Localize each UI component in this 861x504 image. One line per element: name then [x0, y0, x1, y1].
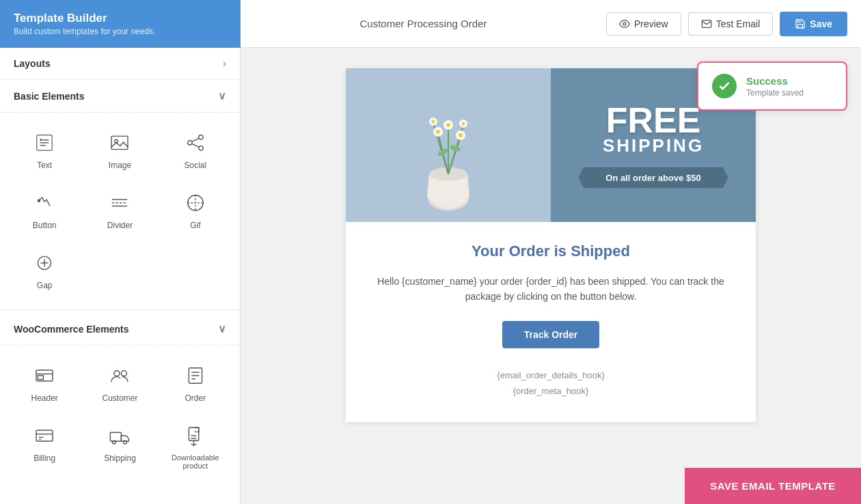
- save-template-button[interactable]: SAVE EMAIL TEMPLATE: [685, 468, 861, 504]
- element-button[interactable]: Button: [7, 180, 82, 240]
- email-hook2: {order_meta_hook}: [373, 386, 728, 396]
- gap-label: Gap: [37, 281, 53, 290]
- svg-rect-32: [36, 430, 53, 441]
- mail-icon: [701, 18, 712, 29]
- svg-point-8: [199, 135, 203, 139]
- layouts-section[interactable]: Layouts ›: [0, 48, 240, 80]
- woo-element-customer[interactable]: Customer: [82, 352, 157, 412]
- banner-free-text: FREE: [606, 102, 701, 138]
- basic-elements-grid: T Text Image: [0, 113, 240, 307]
- svg-rect-36: [111, 432, 122, 441]
- banner-left: [346, 68, 551, 222]
- svg-point-37: [113, 440, 116, 444]
- woo-element-billing[interactable]: Billing: [7, 412, 82, 479]
- email-title: Your Order is Shipped: [373, 242, 728, 260]
- template-name: Customer Processing Order: [360, 18, 487, 29]
- woocommerce-label: WooCommerce Elements: [14, 324, 129, 335]
- svg-point-55: [459, 133, 463, 137]
- save-icon: [795, 18, 806, 29]
- order-label: Order: [184, 393, 206, 403]
- social-icon: [182, 129, 209, 156]
- basic-elements-section[interactable]: Basic Elements ∨: [0, 80, 240, 113]
- woo-element-header[interactable]: Header: [7, 352, 82, 412]
- button-icon: [31, 189, 58, 216]
- billing-label: Billing: [33, 453, 55, 463]
- element-image[interactable]: Image: [82, 120, 157, 180]
- header-label: Header: [31, 393, 57, 403]
- email-hook1: {email_order_details_hook}: [373, 370, 728, 380]
- element-gif[interactable]: Gif: [158, 180, 233, 240]
- eye-icon: [619, 18, 630, 29]
- divider-label: Divider: [107, 221, 133, 230]
- checkmark-icon: [718, 79, 731, 93]
- woocommerce-section[interactable]: WooCommerce Elements ∨: [0, 313, 240, 346]
- element-social[interactable]: Social: [158, 120, 233, 180]
- woocommerce-collapse-icon: ∨: [218, 322, 226, 335]
- svg-rect-25: [38, 376, 44, 380]
- image-label: Image: [109, 160, 131, 170]
- banner-ribbon: On all order above $50: [578, 167, 728, 188]
- app-subtitle: Build custom templates for your needs.: [14, 27, 227, 36]
- text-label: Text: [37, 160, 52, 170]
- svg-point-26: [114, 371, 120, 376]
- element-divider[interactable]: Divider: [82, 180, 157, 240]
- svg-line-12: [192, 144, 199, 148]
- text-icon: T: [31, 129, 58, 156]
- shipping-icon: [106, 422, 133, 449]
- success-icon: [712, 74, 737, 98]
- save-button[interactable]: Save: [780, 12, 847, 36]
- customer-label: Customer: [102, 393, 137, 403]
- gif-label: Gif: [190, 221, 200, 230]
- woo-element-downloadable[interactable]: Downloadable product: [158, 412, 233, 479]
- svg-point-38: [124, 440, 127, 444]
- basic-elements-label: Basic Elements: [14, 91, 85, 102]
- downloadable-label: Downloadable product: [163, 453, 228, 470]
- svg-point-53: [446, 123, 450, 127]
- toast-subtitle: Template saved: [746, 88, 804, 98]
- svg-point-59: [462, 122, 465, 126]
- preview-button[interactable]: Preview: [606, 12, 681, 36]
- sidebar: Layouts › Basic Elements ∨ T: [0, 48, 241, 504]
- social-label: Social: [184, 160, 206, 170]
- test-email-button[interactable]: Test Email: [688, 12, 774, 36]
- svg-point-13: [38, 199, 40, 201]
- button-label: Button: [33, 221, 57, 230]
- image-icon: [106, 129, 133, 156]
- svg-point-0: [623, 23, 626, 25]
- svg-point-9: [188, 141, 192, 145]
- email-canvas: FREE SHIPPING On all order above $50 You…: [346, 68, 756, 422]
- svg-point-27: [122, 371, 127, 376]
- email-body-text: Hello {customer_name} your order {order_…: [373, 274, 728, 305]
- svg-point-51: [436, 130, 440, 134]
- layouts-label: Layouts: [14, 58, 51, 69]
- customer-icon: [106, 362, 133, 389]
- svg-line-11: [192, 139, 199, 142]
- svg-rect-6: [111, 136, 128, 149]
- shipping-label: Shipping: [104, 453, 136, 463]
- app-title: Template Builder: [14, 12, 227, 25]
- header-icon: [31, 362, 58, 389]
- gif-icon: [182, 189, 209, 216]
- topbar: Template Builder Build custom templates …: [0, 0, 861, 48]
- downloadable-icon: [182, 422, 209, 449]
- svg-text:T: T: [40, 138, 42, 142]
- woo-elements-grid: Header Customer: [0, 346, 240, 486]
- toast-title: Success: [746, 75, 804, 87]
- gap-icon: [31, 249, 58, 277]
- woo-element-order[interactable]: Order: [158, 352, 233, 412]
- element-text[interactable]: T Text: [7, 120, 82, 180]
- email-body: Your Order is Shipped Hello {customer_na…: [346, 222, 756, 422]
- element-gap[interactable]: Gap: [7, 240, 82, 300]
- svg-point-57: [432, 120, 435, 124]
- order-icon: [182, 362, 209, 389]
- track-order-button[interactable]: Track Order: [502, 321, 600, 348]
- billing-icon: [31, 422, 58, 449]
- svg-point-10: [199, 146, 203, 150]
- flower-vase-illustration: [400, 72, 496, 215]
- woo-element-shipping[interactable]: Shipping: [82, 412, 157, 479]
- basic-elements-collapse-icon: ∨: [218, 89, 226, 102]
- layouts-arrow-icon: ›: [223, 57, 226, 70]
- banner-shipping-text: SHIPPING: [603, 135, 704, 156]
- canvas-area: Success Template saved: [241, 48, 861, 504]
- email-banner: FREE SHIPPING On all order above $50: [346, 68, 756, 222]
